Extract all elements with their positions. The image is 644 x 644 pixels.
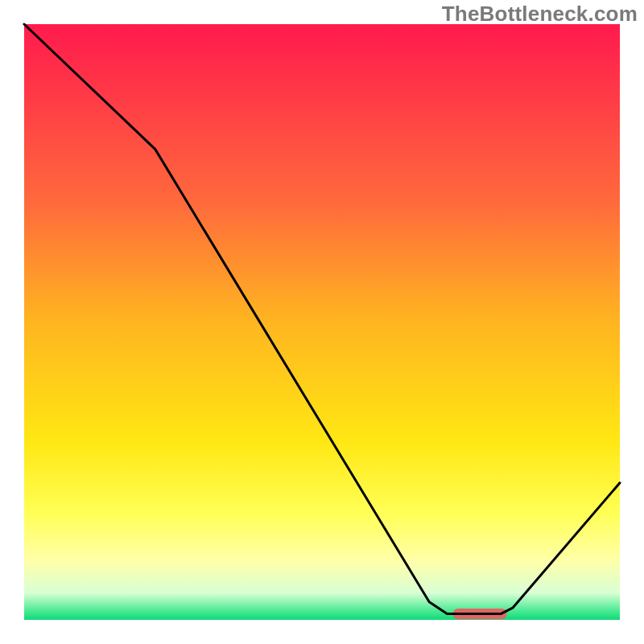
bottleneck-chart: TheBottleneck.com: [0, 0, 644, 644]
chart-svg: [0, 0, 644, 644]
watermark-text: TheBottleneck.com: [442, 2, 638, 27]
plot-background: [24, 24, 620, 620]
